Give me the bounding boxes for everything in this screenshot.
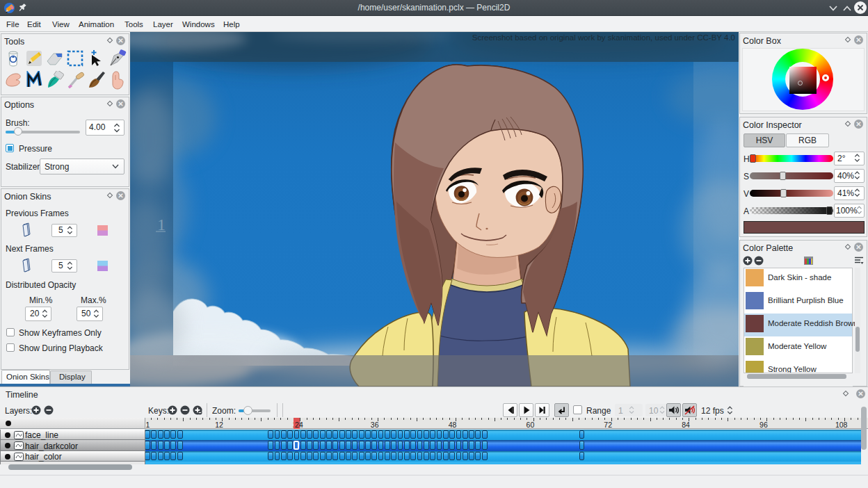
svg-text:1: 1: [157, 215, 166, 234]
svg-text:Screenshot based on original w: Screenshot based on original work by ska…: [472, 33, 735, 42]
